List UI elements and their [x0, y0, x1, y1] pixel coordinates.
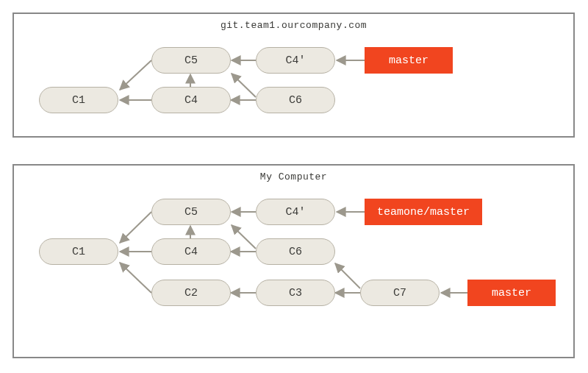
commit-node: C4': [256, 47, 335, 74]
commit-node: C7: [360, 280, 440, 306]
commit-node: C4: [151, 87, 231, 113]
ref-label-teamone-master: teamone/master: [365, 199, 482, 225]
commit-node: C5: [151, 199, 231, 225]
server-panel: git.team1.ourcompany.com C1 C5 C4 C6 C4'…: [12, 13, 575, 138]
server-arrows: [14, 14, 576, 139]
svg-line-16: [335, 263, 360, 288]
commit-node: C1: [39, 238, 118, 265]
commit-node: C6: [256, 238, 335, 265]
commit-node: C3: [256, 280, 335, 306]
local-panel: My Computer C1 C5 C4 C2 C4' C6 C3 C7 tea…: [12, 164, 575, 358]
svg-line-7: [120, 212, 151, 243]
server-ref-arrow: [14, 14, 576, 139]
commit-node: C4: [151, 238, 231, 265]
commit-node: C6: [256, 87, 335, 113]
svg-line-9: [120, 263, 151, 293]
ref-label-master: master: [365, 47, 453, 74]
commit-node: C4': [256, 199, 335, 225]
ref-label-master: master: [467, 280, 556, 306]
svg-line-4: [232, 74, 256, 97]
commit-node: C2: [151, 280, 231, 306]
local-panel-title: My Computer: [14, 171, 573, 182]
svg-line-12: [232, 225, 256, 249]
commit-node: C5: [151, 47, 231, 74]
svg-line-0: [120, 60, 151, 90]
commit-node: C1: [39, 87, 118, 113]
server-panel-title: git.team1.ourcompany.com: [14, 20, 573, 31]
